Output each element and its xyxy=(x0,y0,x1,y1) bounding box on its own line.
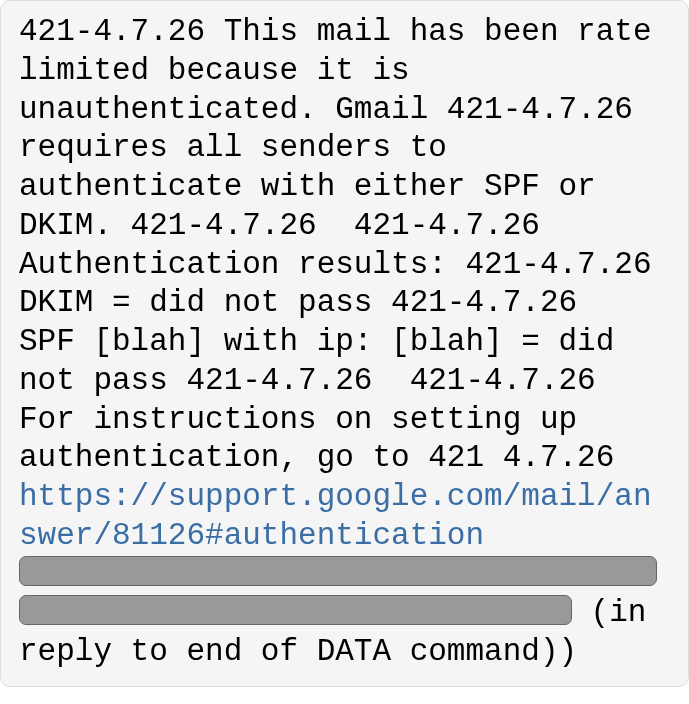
support-link[interactable]: https://support.google.com/mail/answer/8… xyxy=(19,479,652,553)
redacted-block-2 xyxy=(19,595,572,625)
error-message-block: 421-4.7.26 This mail has been rate limit… xyxy=(0,0,689,687)
redacted-block-1 xyxy=(19,556,657,586)
error-text-part1: 421-4.7.26 This mail has been rate limit… xyxy=(19,14,689,475)
